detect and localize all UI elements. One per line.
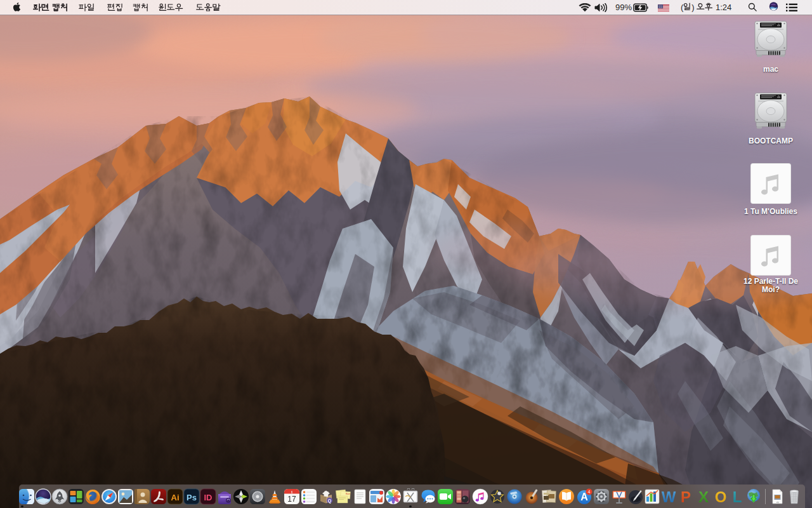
svg-text:P: P (681, 488, 691, 505)
svg-text:X: X (698, 488, 709, 505)
svg-text:L: L (733, 488, 742, 505)
svg-text:ID: ID (204, 493, 213, 502)
svg-text:W: W (662, 488, 676, 505)
svg-text:O: O (715, 488, 727, 505)
svg-text:Ps: Ps (187, 493, 197, 502)
svg-text:Q: Q (327, 498, 331, 504)
svg-text:.zip: .zip (776, 501, 779, 504)
svg-text:17: 17 (287, 495, 296, 504)
svg-text:4: 4 (587, 490, 590, 494)
svg-text:Rem: Rem (346, 493, 350, 495)
svg-text:Ai: Ai (171, 493, 180, 502)
